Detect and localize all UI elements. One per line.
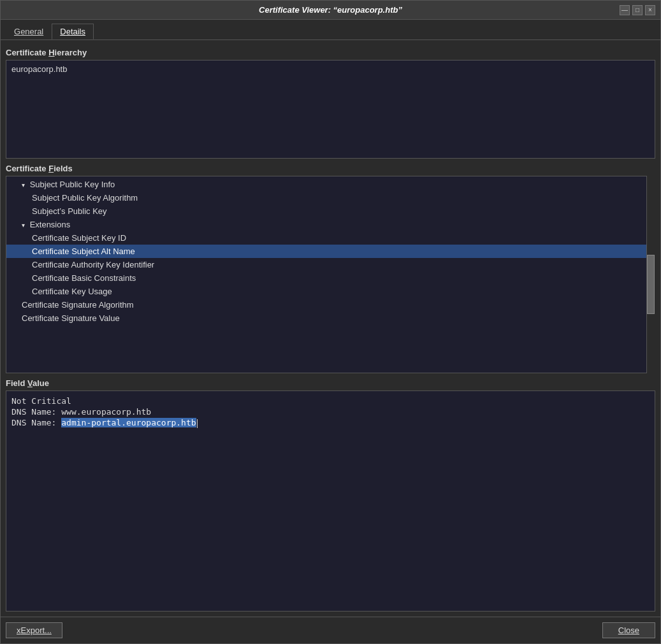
close-button[interactable]: Close xyxy=(602,622,655,638)
tab-general[interactable]: General xyxy=(6,24,52,39)
tab-details[interactable]: Details xyxy=(52,24,94,39)
main-content: Certificate Hierarchy europacorp.htb Cer… xyxy=(1,43,660,617)
hierarchy-section: Certificate Hierarchy europacorp.htb xyxy=(6,48,655,159)
tree-item-extensions[interactable]: ▾ Extensions xyxy=(6,218,655,231)
title-bar: Certificate Viewer: “europacorp.htb” — □… xyxy=(1,1,660,20)
tree-item-cert-key-usage[interactable]: Certificate Key Usage xyxy=(6,285,655,298)
fields-box[interactable]: ▾ Subject Public Key Info Subject Public… xyxy=(6,176,655,373)
fields-scrollbar-thumb[interactable] xyxy=(647,255,655,314)
chevron-down-icon: ▾ xyxy=(22,182,25,189)
tree-item-cert-sig-algorithm[interactable]: Certificate Signature Algorithm xyxy=(6,298,655,311)
window-controls: — □ × xyxy=(620,5,655,15)
tree-item-cert-basic-constraints[interactable]: Certificate Basic Constraints xyxy=(6,271,655,285)
window-title: Certificate Viewer: “europacorp.htb” xyxy=(259,5,402,15)
field-value-label: Field Value xyxy=(6,378,655,388)
fields-label: Certificate Fields xyxy=(6,164,655,173)
field-value-line-1: Not Critical xyxy=(11,396,650,406)
hierarchy-box[interactable]: europacorp.htb xyxy=(6,60,655,159)
tree-item-subject-public-key-info[interactable]: ▾ Subject Public Key Info xyxy=(6,178,655,191)
fields-scroll-area: ▾ Subject Public Key Info Subject Public… xyxy=(6,176,655,373)
tree-item-cert-subject-alt-name[interactable]: Certificate Subject Alt Name xyxy=(6,245,655,258)
close-window-button[interactable]: × xyxy=(645,5,655,15)
tree-item-subjects-public-key[interactable]: Subject’s Public Key xyxy=(6,204,655,218)
chevron-down-icon-2: ▾ xyxy=(22,222,25,229)
hierarchy-label: Certificate Hierarchy xyxy=(6,48,655,57)
tree-item-subject-public-key-algorithm[interactable]: Subject Public Key Algorithm xyxy=(6,191,655,204)
minimize-button[interactable]: — xyxy=(620,5,630,15)
export-button[interactable]: xExport... xyxy=(6,622,62,638)
field-value-line-2: DNS Name: www.europacorp.htb xyxy=(11,407,650,417)
field-value-section: Field Value Not Critical DNS Name: www.e… xyxy=(6,378,655,612)
fields-section: Certificate Fields ▾ Subject Public Key … xyxy=(6,164,655,373)
bottom-bar: xExport... Close xyxy=(1,617,660,643)
fields-scrollbar[interactable] xyxy=(646,176,655,373)
tree-item-cert-subject-key-id[interactable]: Certificate Subject Key ID xyxy=(6,231,655,245)
hierarchy-item[interactable]: europacorp.htb xyxy=(9,63,652,75)
certificate-viewer-window: Certificate Viewer: “europacorp.htb” — □… xyxy=(0,0,661,644)
tab-bar: General Details xyxy=(1,20,660,40)
tree-item-cert-sig-value[interactable]: Certificate Signature Value xyxy=(6,311,655,325)
field-value-line-3: DNS Name: admin-portal.europacorp.htb xyxy=(11,418,650,428)
field-value-box[interactable]: Not Critical DNS Name: www.europacorp.ht… xyxy=(6,390,655,612)
selected-dns-value[interactable]: admin-portal.europacorp.htb xyxy=(61,418,196,427)
tree-item-cert-authority-key-id[interactable]: Certificate Authority Key Identifier xyxy=(6,258,655,271)
text-cursor xyxy=(197,419,198,428)
restore-button[interactable]: □ xyxy=(632,5,643,15)
